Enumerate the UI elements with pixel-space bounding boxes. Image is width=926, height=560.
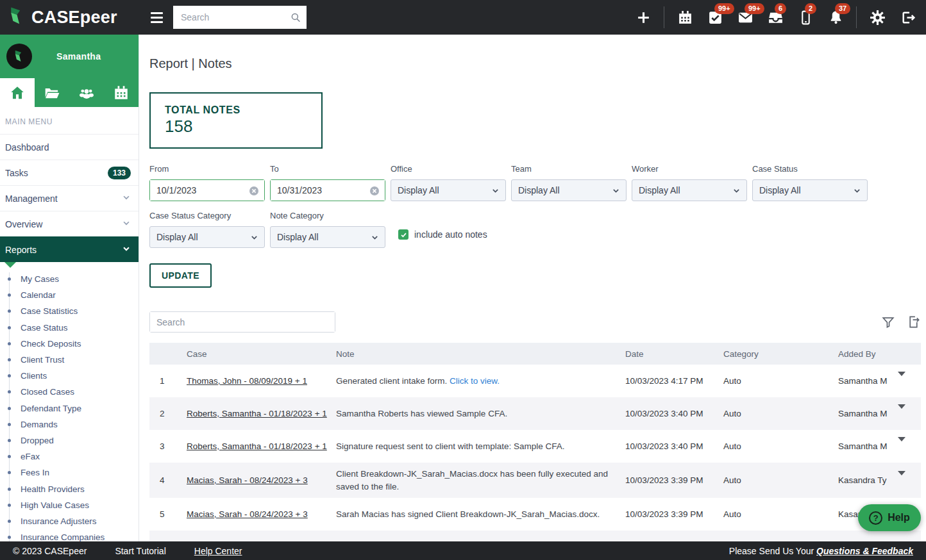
case-link[interactable]: Thomas, John - 08/09/2019 + 1: [187, 376, 307, 386]
update-button[interactable]: UPDATE: [149, 263, 212, 288]
category-cell: Auto: [723, 376, 838, 386]
note-cell: Samantha Roberts has viewed Sample CFA.: [336, 402, 625, 425]
export-button[interactable]: [906, 315, 921, 329]
case-status-category-select[interactable]: Display All: [149, 226, 265, 248]
reports-submenu-item[interactable]: Client Trust: [0, 352, 139, 368]
tasks-button[interactable]: 99+: [705, 8, 725, 27]
notifications-button[interactable]: 37: [826, 8, 845, 27]
note-cell: Client Breakdown-JK_Sarah_Macias.docx ha…: [336, 463, 625, 498]
help-button[interactable]: ? Help: [858, 504, 921, 531]
global-search-input[interactable]: [173, 6, 307, 29]
note-view-link[interactable]: Click to view.: [450, 376, 500, 386]
filter-button[interactable]: [881, 315, 895, 329]
inbox-button[interactable]: 6: [766, 8, 785, 27]
tab-home[interactable]: [0, 78, 35, 107]
app-screen: CASEpeer 99+ 99+: [0, 0, 926, 560]
note-text: Client Breakdown-JK_Sarah_Macias.docx ha…: [336, 469, 608, 491]
note-category-select[interactable]: Display All: [270, 226, 385, 248]
sidebar-item-management[interactable]: Management: [0, 185, 139, 211]
reports-submenu-item[interactable]: Dropped: [0, 432, 139, 449]
added-by-cell: Kasandra Ty: [838, 475, 898, 485]
reports-submenu-item[interactable]: Defendant Type: [0, 400, 139, 416]
hamburger-menu-icon[interactable]: [151, 12, 163, 23]
sidebar-item-overview[interactable]: Overview: [0, 211, 139, 236]
note-category-label: Note Category: [270, 211, 385, 220]
reports-submenu-item[interactable]: Case Status: [0, 320, 139, 336]
col-case: Case: [187, 349, 336, 359]
reports-submenu-item[interactable]: High Value Cases: [0, 497, 139, 513]
add-new-button[interactable]: [634, 8, 653, 27]
avatar[interactable]: [6, 44, 32, 69]
from-date-input[interactable]: [150, 180, 264, 201]
clear-icon[interactable]: [369, 186, 380, 199]
topbar-icons: 99+ 99+ 6 2 37: [634, 6, 926, 28]
calendar-button[interactable]: [675, 8, 694, 27]
table-row: 4 Macias, Sarah - 08/24/2023 + 3 Client …: [149, 463, 921, 498]
reports-submenu-item[interactable]: Fees In: [0, 465, 139, 481]
texting-button[interactable]: 2: [796, 8, 815, 27]
reports-submenu-item[interactable]: Calendar: [0, 287, 139, 303]
tab-contacts[interactable]: [69, 78, 104, 107]
row-expand-caret[interactable]: [898, 471, 905, 485]
logout-button[interactable]: [898, 8, 917, 27]
note-text: Signature request sent to client with te…: [336, 441, 564, 451]
help-center-link[interactable]: Help Center: [194, 546, 242, 556]
reports-submenu-item[interactable]: Demands: [0, 416, 139, 432]
row-expand-caret[interactable]: [898, 372, 905, 386]
reports-submenu-item[interactable]: My Cases: [0, 271, 139, 287]
row-number: 2: [149, 409, 187, 418]
tab-calendar[interactable]: [104, 78, 139, 107]
feedback-prefix: Please Send Us Your: [729, 546, 816, 556]
reports-submenu-item[interactable]: Health Providers: [0, 481, 139, 497]
clear-icon[interactable]: [249, 186, 259, 199]
row-expand-caret[interactable]: [898, 404, 905, 418]
casepeer-leaf-icon: [12, 49, 26, 63]
sidebar-item-reports[interactable]: Reports: [0, 236, 139, 262]
include-auto-notes-checkbox-row[interactable]: include auto notes: [398, 229, 487, 240]
table-search-input[interactable]: [150, 312, 335, 332]
office-select-value: Display All: [398, 185, 439, 195]
note-cell: Sarah Macias has signed Client Breakdown…: [336, 503, 625, 526]
sidebar-item-dashboard[interactable]: Dashboard: [0, 134, 139, 160]
report-filters: From To Office Display Al: [149, 164, 921, 248]
table-row: 1 Thomas, John - 08/09/2019 + 1 Generate…: [149, 365, 921, 397]
sidebar-item-label: Management: [5, 194, 58, 204]
reports-submenu-item[interactable]: Check Deposits: [0, 336, 139, 352]
reports-submenu-item[interactable]: Case Statistics: [0, 303, 139, 319]
reports-submenu-item[interactable]: eFax: [0, 449, 139, 465]
tasks-count-badge: 133: [108, 167, 131, 179]
reports-submenu-item[interactable]: Clients: [0, 368, 139, 384]
reports-submenu-item[interactable]: Insurance Adjusters: [0, 513, 139, 529]
col-note: Note: [336, 349, 625, 359]
to-date-input[interactable]: [271, 180, 385, 201]
tab-cases[interactable]: [35, 78, 69, 107]
checkbox-checked-icon[interactable]: [398, 229, 408, 240]
case-link[interactable]: Macias, Sarah - 08/24/2023 + 3: [187, 475, 308, 485]
case-link[interactable]: Macias, Sarah - 08/24/2023 + 3: [187, 509, 308, 519]
col-category: Category: [723, 349, 838, 359]
feedback-link[interactable]: Questions & Feedback: [816, 546, 913, 556]
global-search: [173, 6, 307, 29]
topbar-divider: [856, 6, 857, 28]
app-logo[interactable]: CASEpeer: [0, 6, 139, 29]
mail-button[interactable]: 99+: [736, 8, 755, 27]
sidebar-item-tasks[interactable]: Tasks 133: [0, 160, 139, 185]
worker-select[interactable]: Display All: [632, 179, 747, 201]
folder-icon: [44, 85, 60, 101]
reports-submenu-pointer: [4, 262, 16, 268]
col-date: Date: [625, 349, 723, 359]
topbar-divider: [664, 6, 664, 28]
case-link[interactable]: Roberts, Samantha - 01/18/2023 + 1: [187, 441, 327, 451]
case-link[interactable]: Roberts, Samantha - 01/18/2023 + 1: [187, 409, 327, 418]
table-body: 1 Thomas, John - 08/09/2019 + 1 Generate…: [149, 365, 921, 531]
team-select[interactable]: Display All: [511, 179, 627, 201]
people-icon: [78, 85, 95, 101]
row-expand-caret[interactable]: [898, 437, 905, 451]
case-status-category-label: Case Status Category: [149, 211, 265, 220]
settings-button[interactable]: [868, 8, 887, 27]
office-select[interactable]: Display All: [391, 179, 506, 201]
reports-submenu-item[interactable]: Closed Cases: [0, 384, 139, 400]
start-tutorial-link[interactable]: Start Tutorial: [115, 546, 165, 556]
sidebar-item-label: Overview: [5, 219, 42, 229]
case-status-select[interactable]: Display All: [752, 179, 868, 201]
